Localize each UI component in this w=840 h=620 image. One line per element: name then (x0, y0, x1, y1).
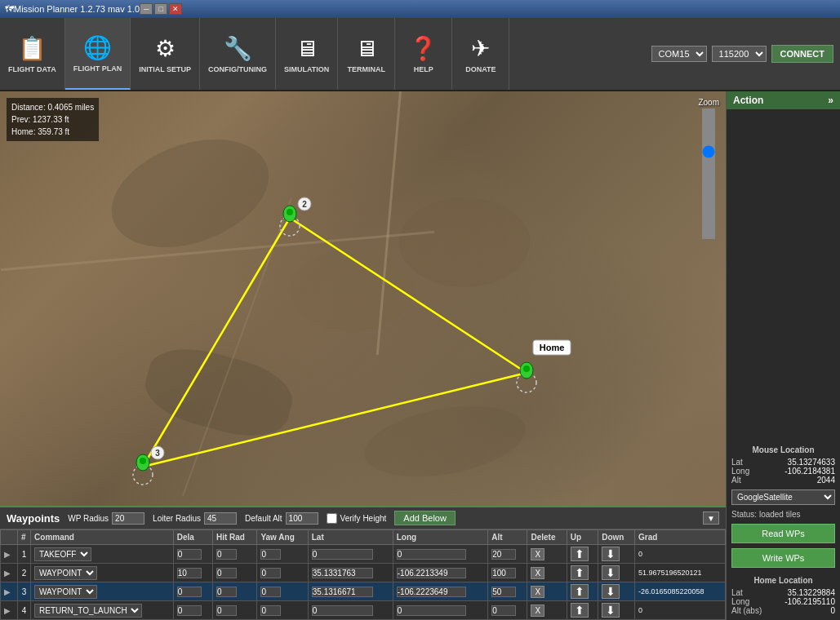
zoom-slider[interactable] (702, 108, 715, 239)
long-input[interactable] (397, 587, 466, 597)
yaw-ang-input[interactable] (260, 605, 281, 616)
alt-input[interactable] (491, 568, 516, 578)
home-alt-value: 0 (830, 606, 835, 615)
zoom-area: Zoom (698, 98, 719, 239)
alt-cell (488, 545, 527, 564)
home-long-row: Long -106.2195110 (731, 597, 835, 606)
panel-minimize-button[interactable]: ▼ (703, 512, 719, 525)
row-number: 4 (18, 601, 31, 620)
command-select[interactable]: WAYPOINT (34, 585, 97, 599)
expand-button[interactable]: ▶ (4, 606, 11, 615)
dela-cell (173, 545, 212, 564)
connect-button[interactable]: CONNECT (771, 45, 833, 63)
down-button[interactable]: ⬇ (602, 565, 620, 580)
svg-text:3: 3 (155, 449, 160, 458)
up-button[interactable]: ⬆ (571, 565, 589, 580)
svg-point-13 (517, 373, 536, 392)
command-select[interactable]: WAYPOINT (34, 566, 97, 580)
hit-rad-input[interactable] (216, 568, 237, 578)
long-cell (393, 545, 487, 564)
alt-input[interactable] (491, 587, 516, 597)
loiter-radius-input[interactable] (204, 512, 237, 525)
restore-button[interactable]: □ (154, 3, 167, 15)
long-input[interactable] (397, 568, 466, 578)
lat-input[interactable] (312, 605, 373, 616)
menu-item-help[interactable]: ❓ HELP (395, 18, 452, 90)
command-cell: TAKEOFF (31, 545, 174, 564)
dela-input[interactable] (177, 549, 202, 560)
long-input[interactable] (397, 605, 466, 616)
col-delete: Delete (527, 530, 567, 545)
down-button[interactable]: ⬇ (602, 547, 620, 561)
yaw-ang-cell (257, 545, 308, 564)
verify-height-label[interactable]: Verify Height (327, 513, 387, 524)
default-alt-input[interactable] (286, 512, 318, 525)
command-select[interactable]: TAKEOFF (34, 547, 91, 561)
add-below-button[interactable]: Add Below (394, 511, 456, 525)
hit-rad-input[interactable] (216, 587, 237, 597)
lat-cell (308, 545, 393, 564)
yaw-ang-input[interactable] (260, 549, 281, 560)
yaw-ang-input[interactable] (260, 568, 281, 578)
alt-input[interactable] (491, 605, 516, 616)
initial-setup-icon: ⚙ (155, 35, 176, 62)
delete-button[interactable]: X (531, 548, 544, 560)
menu-item-flight-plan[interactable]: 🌐 FLIGHT PLAN (65, 18, 131, 90)
write-wps-button[interactable]: Write WPs (731, 548, 835, 568)
connection-bar: COM15 115200 CONNECT (645, 18, 840, 90)
dela-input[interactable] (177, 568, 202, 578)
menu-item-initial-setup[interactable]: ⚙ INITIAL SETUP (131, 18, 200, 90)
port-select[interactable]: COM15 (651, 46, 707, 62)
expand-icon[interactable]: » (828, 95, 833, 106)
yaw-ang-input[interactable] (260, 587, 281, 597)
command-select[interactable]: RETURN_TO_LAUNCH (34, 604, 142, 618)
dela-input[interactable] (177, 587, 202, 597)
delete-button[interactable]: X (531, 586, 544, 598)
zoom-label: Zoom (698, 98, 719, 107)
expand-button[interactable]: ▶ (4, 587, 11, 596)
long-input[interactable] (397, 549, 466, 560)
down-button[interactable]: ⬇ (602, 603, 620, 618)
alt-input[interactable] (491, 549, 516, 560)
minimize-button[interactable]: ─ (140, 3, 153, 15)
expand-button[interactable]: ▶ (4, 569, 11, 578)
delete-cell: X (527, 564, 567, 582)
menu-item-flight-data[interactable]: 📋 FLIGHT DATA (0, 18, 65, 90)
menu-item-config-tuning[interactable]: 🔧 CONFIG/TUNING (200, 18, 276, 90)
table-row: ▶ 2 WAYPOINT X ⬆ ⬇ 51.9675196520121 (1, 564, 726, 582)
up-button[interactable]: ⬆ (571, 547, 589, 561)
read-wps-button[interactable]: Read WPs (731, 524, 835, 543)
lat-input[interactable] (312, 587, 373, 597)
dela-input[interactable] (177, 605, 202, 616)
flight-data-icon: 📋 (18, 35, 47, 62)
svg-point-14 (520, 362, 533, 379)
expand-button[interactable]: ▶ (4, 550, 11, 559)
wp-radius-input[interactable] (112, 512, 144, 525)
menu-item-terminal[interactable]: 🖥 TERMINAL (338, 18, 395, 90)
up-button[interactable]: ⬆ (571, 584, 589, 599)
map-container[interactable]: 2 3 Home Distance: 0.4065 miles Prev (0, 91, 726, 620)
verify-height-checkbox[interactable] (327, 513, 337, 524)
table-row: ▶ 4 RETURN_TO_LAUNCH X ⬆ ⬇ 0 (1, 601, 726, 620)
down-cell: ⬇ (598, 582, 635, 601)
hit-rad-input[interactable] (216, 549, 237, 560)
baud-select[interactable]: 115200 (712, 46, 767, 62)
delete-button[interactable]: X (531, 567, 544, 579)
home-lat-value: 35.13229884 (788, 588, 835, 597)
menu-item-donate[interactable]: ✈ DONATE (452, 18, 509, 90)
lat-input[interactable] (312, 549, 373, 560)
menu-item-simulation[interactable]: 🖥 SIMULATION (276, 18, 338, 90)
alt-cell (488, 564, 527, 582)
hit-rad-input[interactable] (216, 605, 237, 616)
map-type-select[interactable]: GoogleSatellite GoogleHybrid GoogleMap B… (731, 489, 835, 505)
close-button[interactable]: ✕ (169, 3, 182, 15)
down-button[interactable]: ⬇ (602, 584, 620, 599)
up-button[interactable]: ⬆ (571, 603, 589, 618)
mouse-long-label: Long (731, 467, 749, 476)
dela-cell (173, 582, 212, 601)
lat-input[interactable] (312, 568, 373, 578)
delete-button[interactable]: X (531, 604, 544, 617)
yaw-ang-cell (257, 564, 308, 582)
menu-label-simulation: SIMULATION (284, 65, 329, 73)
menu-label-flight-data: FLIGHT DATA (8, 65, 56, 73)
